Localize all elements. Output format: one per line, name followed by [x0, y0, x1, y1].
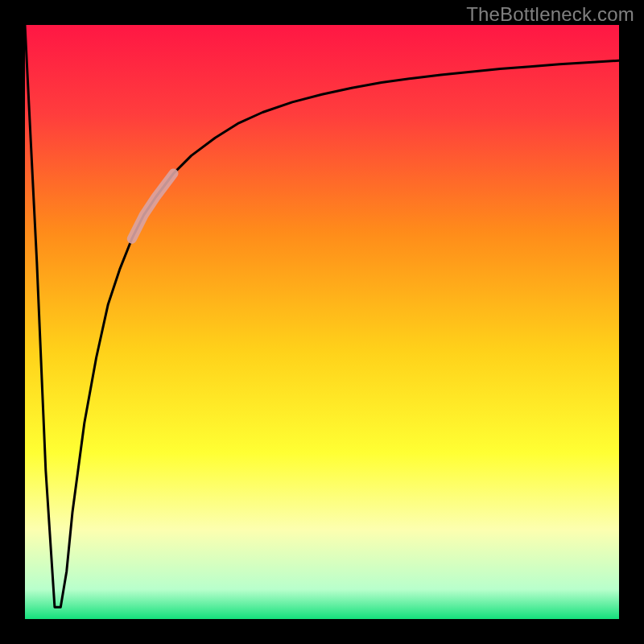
bottleneck-chart [0, 0, 644, 644]
plot-background [25, 25, 619, 619]
watermark-text: TheBottleneck.com [466, 3, 634, 26]
chart-container: TheBottleneck.com [0, 0, 644, 644]
